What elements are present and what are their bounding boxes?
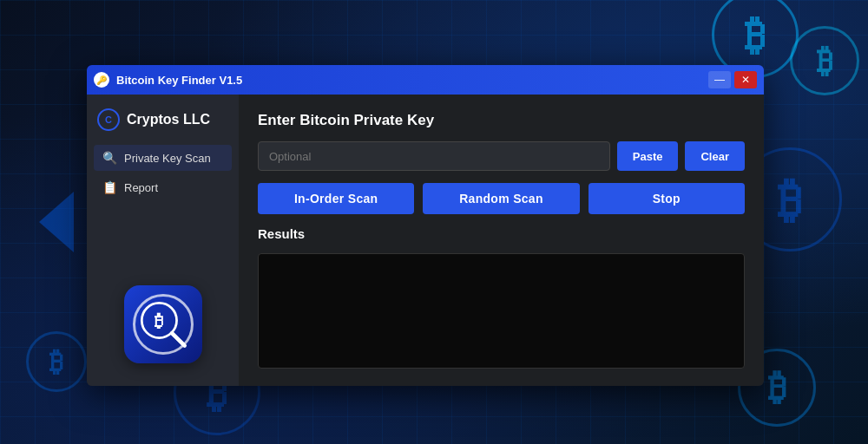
- svg-line-2: [172, 333, 185, 346]
- section-title: Enter Bitcoin Private Key: [258, 112, 745, 129]
- btc-logo-symbol: ₿: [133, 294, 194, 355]
- app-window: 🔑 Bitcoin Key Finder V1.5 — ✕ C Cryptos …: [87, 65, 764, 386]
- window-body: C Cryptos LLC 🔍 Private Key Scan 📋 Repor…: [87, 95, 764, 386]
- sidebar-nav: 🔍 Private Key Scan 📋 Report: [87, 145, 239, 204]
- in-order-scan-button[interactable]: In-Order Scan: [258, 183, 414, 214]
- random-scan-button[interactable]: Random Scan: [423, 183, 579, 214]
- stop-button[interactable]: Stop: [589, 183, 745, 214]
- sidebar-item-private-key-scan[interactable]: 🔍 Private Key Scan: [94, 145, 232, 171]
- input-row: Paste Clear: [258, 141, 745, 171]
- btc-logo: ₿: [124, 285, 202, 363]
- company-logo: C: [97, 108, 120, 131]
- private-key-input[interactable]: [258, 141, 610, 171]
- window-title: Bitcoin Key Finder V1.5: [116, 74, 242, 87]
- company-name-container: C Cryptos LLC: [87, 108, 239, 131]
- report-icon: 📋: [102, 180, 117, 194]
- btc-logo-container: ₿: [115, 277, 211, 372]
- title-bar-left: 🔑 Bitcoin Key Finder V1.5: [94, 72, 242, 88]
- close-button[interactable]: ✕: [734, 71, 757, 88]
- action-row: In-Order Scan Random Scan Stop: [258, 183, 745, 214]
- left-arrow-decor: [39, 192, 74, 252]
- title-bar: 🔑 Bitcoin Key Finder V1.5 — ✕: [87, 65, 764, 95]
- app-icon: 🔑: [94, 72, 109, 88]
- btc-decor-5: ₿: [26, 331, 87, 392]
- window-controls: — ✕: [708, 71, 757, 88]
- btc-decor-2: ₿: [790, 26, 859, 95]
- results-label: Results: [258, 226, 745, 241]
- company-name-text: Cryptos LLC: [127, 112, 210, 127]
- clear-button[interactable]: Clear: [685, 141, 745, 171]
- results-box: [258, 253, 745, 369]
- nav-label-private-key-scan: Private Key Scan: [124, 152, 211, 165]
- search-icon: 🔍: [102, 151, 117, 165]
- paste-button[interactable]: Paste: [617, 141, 679, 171]
- nav-label-report: Report: [124, 181, 158, 194]
- main-content: Enter Bitcoin Private Key Paste Clear In…: [239, 95, 764, 386]
- minimize-button[interactable]: —: [708, 71, 731, 88]
- svg-text:₿: ₿: [155, 311, 163, 330]
- sidebar-item-report[interactable]: 📋 Report: [94, 174, 232, 200]
- btc-magnify-svg: ₿: [135, 294, 191, 355]
- sidebar: C Cryptos LLC 🔍 Private Key Scan 📋 Repor…: [87, 95, 239, 386]
